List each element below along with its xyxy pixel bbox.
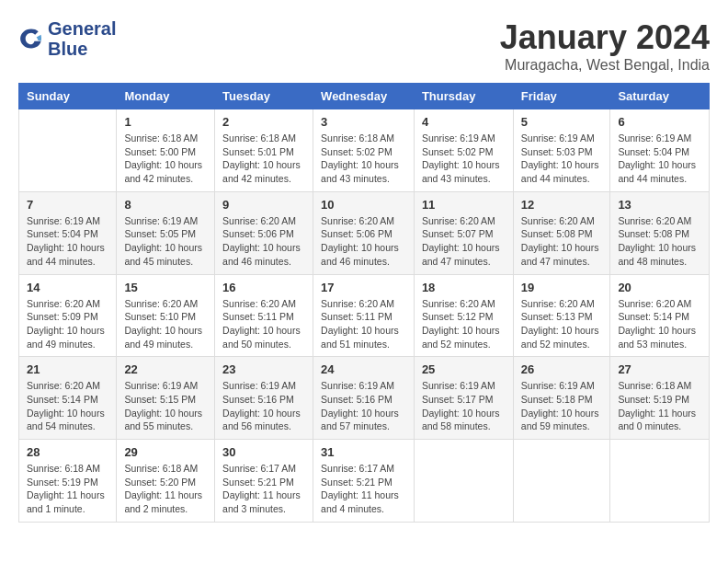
day-number: 20 <box>618 281 701 294</box>
calendar-cell: 28Sunrise: 6:18 AM Sunset: 5:19 PM Dayli… <box>19 440 117 523</box>
day-detail: Sunrise: 6:18 AM Sunset: 5:00 PM Dayligh… <box>124 132 207 186</box>
weekday-header-row: SundayMondayTuesdayWednesdayThursdayFrid… <box>19 84 710 109</box>
day-number: 30 <box>222 445 305 459</box>
calendar-cell <box>414 440 513 523</box>
day-detail: Sunrise: 6:20 AM Sunset: 5:13 PM Dayligh… <box>521 297 603 351</box>
calendar-cell <box>19 109 117 192</box>
day-detail: Sunrise: 6:18 AM Sunset: 5:19 PM Dayligh… <box>618 379 701 433</box>
header: General Blue January 2024 Muragacha, Wes… <box>18 18 710 74</box>
day-detail: Sunrise: 6:18 AM Sunset: 5:01 PM Dayligh… <box>222 132 305 186</box>
day-detail: Sunrise: 6:19 AM Sunset: 5:18 PM Dayligh… <box>521 379 603 433</box>
calendar-cell: 10Sunrise: 6:20 AM Sunset: 5:06 PM Dayli… <box>313 191 415 274</box>
day-number: 22 <box>124 362 207 376</box>
calendar-week-row: 14Sunrise: 6:20 AM Sunset: 5:09 PM Dayli… <box>19 274 710 357</box>
calendar-cell: 26Sunrise: 6:19 AM Sunset: 5:18 PM Dayli… <box>513 357 610 440</box>
calendar-cell: 3Sunrise: 6:18 AM Sunset: 5:02 PM Daylig… <box>313 109 415 192</box>
day-number: 7 <box>27 198 108 212</box>
day-number: 27 <box>618 362 701 376</box>
day-number: 3 <box>321 115 406 129</box>
day-detail: Sunrise: 6:20 AM Sunset: 5:14 PM Dayligh… <box>618 297 701 351</box>
title-section: January 2024 Muragacha, West Bengal, Ind… <box>500 18 710 74</box>
day-number: 8 <box>124 198 207 212</box>
day-number: 14 <box>27 281 108 294</box>
day-detail: Sunrise: 6:20 AM Sunset: 5:08 PM Dayligh… <box>618 214 701 269</box>
day-number: 12 <box>521 198 603 212</box>
calendar-cell: 17Sunrise: 6:20 AM Sunset: 5:11 PM Dayli… <box>313 274 415 357</box>
day-number: 15 <box>124 281 207 294</box>
calendar-cell: 9Sunrise: 6:20 AM Sunset: 5:06 PM Daylig… <box>215 191 313 274</box>
calendar-cell: 30Sunrise: 6:17 AM Sunset: 5:21 PM Dayli… <box>215 440 313 523</box>
day-number: 25 <box>422 362 506 376</box>
weekday-header-saturday: Saturday <box>610 84 710 109</box>
weekday-header-sunday: Sunday <box>19 84 117 109</box>
calendar-cell: 8Sunrise: 6:19 AM Sunset: 5:05 PM Daylig… <box>117 191 215 274</box>
day-detail: Sunrise: 6:19 AM Sunset: 5:17 PM Dayligh… <box>422 379 506 433</box>
calendar-cell: 13Sunrise: 6:20 AM Sunset: 5:08 PM Dayli… <box>610 191 710 274</box>
day-detail: Sunrise: 6:19 AM Sunset: 5:05 PM Dayligh… <box>124 214 207 269</box>
day-number: 10 <box>321 198 406 212</box>
day-number: 6 <box>618 115 701 129</box>
calendar-cell: 24Sunrise: 6:19 AM Sunset: 5:16 PM Dayli… <box>313 357 415 440</box>
day-detail: Sunrise: 6:20 AM Sunset: 5:06 PM Dayligh… <box>321 214 406 269</box>
day-detail: Sunrise: 6:20 AM Sunset: 5:07 PM Dayligh… <box>422 214 506 269</box>
calendar-cell: 1Sunrise: 6:18 AM Sunset: 5:00 PM Daylig… <box>117 109 215 192</box>
calendar-cell: 5Sunrise: 6:19 AM Sunset: 5:03 PM Daylig… <box>513 109 610 192</box>
calendar-cell: 11Sunrise: 6:20 AM Sunset: 5:07 PM Dayli… <box>414 191 513 274</box>
day-number: 13 <box>618 198 701 212</box>
day-detail: Sunrise: 6:19 AM Sunset: 5:04 PM Dayligh… <box>27 214 108 269</box>
calendar-week-row: 7Sunrise: 6:19 AM Sunset: 5:04 PM Daylig… <box>19 191 710 274</box>
day-detail: Sunrise: 6:19 AM Sunset: 5:02 PM Dayligh… <box>422 132 506 186</box>
calendar-cell: 23Sunrise: 6:19 AM Sunset: 5:16 PM Dayli… <box>215 357 313 440</box>
calendar-cell: 20Sunrise: 6:20 AM Sunset: 5:14 PM Dayli… <box>610 274 710 357</box>
day-number: 16 <box>222 281 305 294</box>
day-detail: Sunrise: 6:19 AM Sunset: 5:16 PM Dayligh… <box>321 379 406 433</box>
calendar-cell: 29Sunrise: 6:18 AM Sunset: 5:20 PM Dayli… <box>117 440 215 523</box>
day-number: 5 <box>521 115 603 129</box>
day-number: 18 <box>422 281 506 294</box>
day-detail: Sunrise: 6:17 AM Sunset: 5:21 PM Dayligh… <box>321 462 406 516</box>
day-number: 24 <box>321 362 406 376</box>
day-detail: Sunrise: 6:18 AM Sunset: 5:02 PM Dayligh… <box>321 132 406 186</box>
calendar-cell: 14Sunrise: 6:20 AM Sunset: 5:09 PM Dayli… <box>19 274 117 357</box>
logo-icon <box>18 26 44 52</box>
day-number: 4 <box>422 115 506 129</box>
day-number: 23 <box>222 362 305 376</box>
day-number: 1 <box>124 115 207 129</box>
day-detail: Sunrise: 6:20 AM Sunset: 5:09 PM Dayligh… <box>27 297 108 351</box>
day-detail: Sunrise: 6:20 AM Sunset: 5:08 PM Dayligh… <box>521 214 603 269</box>
calendar-cell: 7Sunrise: 6:19 AM Sunset: 5:04 PM Daylig… <box>19 191 117 274</box>
day-detail: Sunrise: 6:18 AM Sunset: 5:19 PM Dayligh… <box>27 462 108 516</box>
calendar-cell: 12Sunrise: 6:20 AM Sunset: 5:08 PM Dayli… <box>513 191 610 274</box>
calendar-cell <box>513 440 610 523</box>
calendar-cell: 21Sunrise: 6:20 AM Sunset: 5:14 PM Dayli… <box>19 357 117 440</box>
day-number: 11 <box>422 198 506 212</box>
day-number: 29 <box>124 445 207 459</box>
day-detail: Sunrise: 6:18 AM Sunset: 5:20 PM Dayligh… <box>124 462 207 516</box>
calendar-cell: 16Sunrise: 6:20 AM Sunset: 5:11 PM Dayli… <box>215 274 313 357</box>
calendar-cell: 18Sunrise: 6:20 AM Sunset: 5:12 PM Dayli… <box>414 274 513 357</box>
day-number: 17 <box>321 281 406 294</box>
day-detail: Sunrise: 6:20 AM Sunset: 5:06 PM Dayligh… <box>222 214 305 269</box>
calendar-week-row: 1Sunrise: 6:18 AM Sunset: 5:00 PM Daylig… <box>19 109 710 192</box>
day-number: 19 <box>521 281 603 294</box>
day-detail: Sunrise: 6:20 AM Sunset: 5:11 PM Dayligh… <box>321 297 406 351</box>
day-detail: Sunrise: 6:20 AM Sunset: 5:11 PM Dayligh… <box>222 297 305 351</box>
weekday-header-monday: Monday <box>117 84 215 109</box>
calendar-subtitle: Muragacha, West Bengal, India <box>500 57 710 74</box>
day-detail: Sunrise: 6:17 AM Sunset: 5:21 PM Dayligh… <box>222 462 305 516</box>
calendar-cell: 6Sunrise: 6:19 AM Sunset: 5:04 PM Daylig… <box>610 109 710 192</box>
day-detail: Sunrise: 6:19 AM Sunset: 5:04 PM Dayligh… <box>618 132 701 186</box>
day-detail: Sunrise: 6:20 AM Sunset: 5:14 PM Dayligh… <box>27 379 108 433</box>
day-number: 2 <box>222 115 305 129</box>
day-detail: Sunrise: 6:19 AM Sunset: 5:15 PM Dayligh… <box>124 379 207 433</box>
calendar-title: January 2024 <box>500 18 710 57</box>
calendar-cell <box>610 440 710 523</box>
weekday-header-friday: Friday <box>513 84 610 109</box>
day-number: 26 <box>521 362 603 376</box>
day-detail: Sunrise: 6:20 AM Sunset: 5:12 PM Dayligh… <box>422 297 506 351</box>
day-detail: Sunrise: 6:19 AM Sunset: 5:03 PM Dayligh… <box>521 132 603 186</box>
calendar-cell: 2Sunrise: 6:18 AM Sunset: 5:01 PM Daylig… <box>215 109 313 192</box>
calendar-table: SundayMondayTuesdayWednesdayThursdayFrid… <box>18 83 710 523</box>
weekday-header-tuesday: Tuesday <box>215 84 313 109</box>
day-number: 31 <box>321 445 406 459</box>
